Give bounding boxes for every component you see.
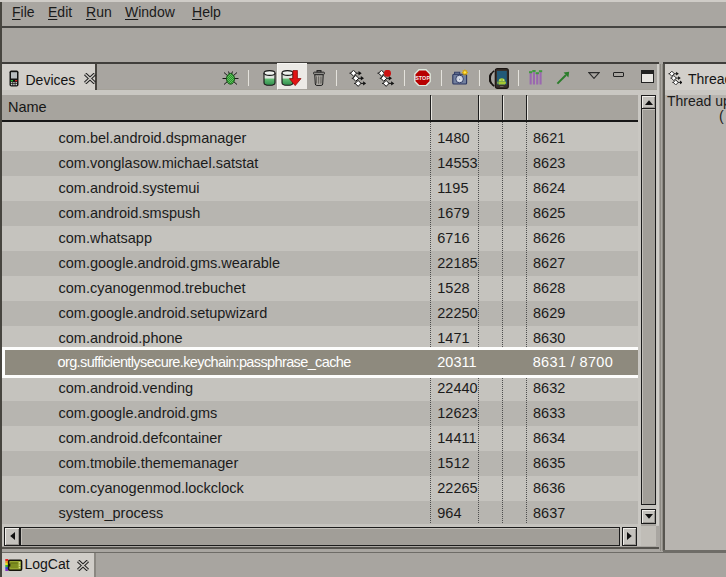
svg-text:STOP: STOP [415,74,430,80]
